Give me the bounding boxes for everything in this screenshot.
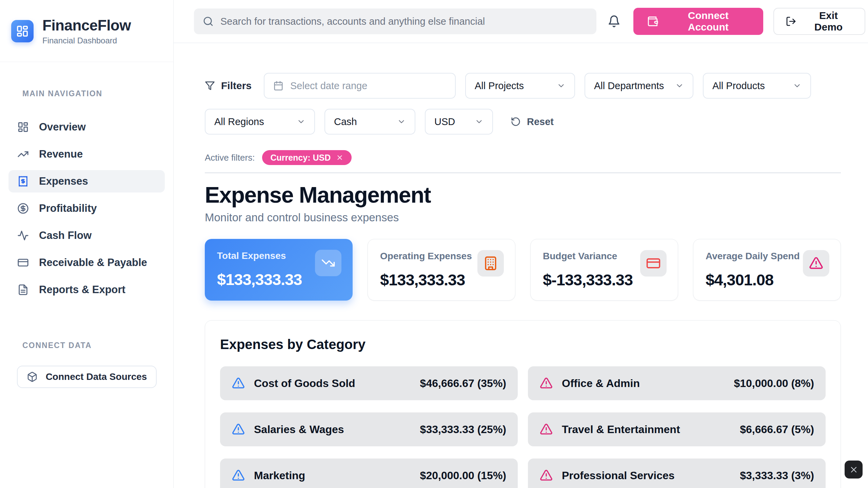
active-filters-label: Active filters: bbox=[205, 152, 255, 163]
sidebar-item-receivable-payable[interactable]: Receivable & Payable bbox=[8, 251, 165, 274]
wallet-icon bbox=[647, 16, 658, 27]
active-filters-row: Active filters: Currency: USD bbox=[205, 150, 841, 165]
currency-select-value: USD bbox=[434, 116, 455, 127]
chevron-down-icon bbox=[557, 81, 566, 90]
reset-label: Reset bbox=[527, 116, 554, 127]
date-range-input[interactable]: Select date range bbox=[264, 73, 456, 99]
sidebar-item-label: Reports & Export bbox=[39, 284, 125, 296]
circle-dollar-icon bbox=[17, 203, 29, 214]
expenses-by-category-panel: Expenses by Category Cost of Goods Sold … bbox=[205, 320, 841, 488]
file-text-icon bbox=[17, 284, 29, 296]
chevron-down-icon bbox=[297, 117, 305, 126]
chevron-down-icon bbox=[475, 117, 484, 126]
notifications-button[interactable] bbox=[604, 11, 624, 32]
category-label: Cost of Goods Sold bbox=[254, 377, 355, 390]
layout-dashboard-icon bbox=[16, 25, 29, 38]
funnel-icon bbox=[205, 81, 215, 91]
alert-triangle-icon bbox=[232, 423, 245, 436]
credit-card-icon bbox=[646, 256, 661, 271]
section-divider bbox=[205, 172, 841, 173]
category-value: $10,000.00 (8%) bbox=[734, 377, 814, 390]
search-icon bbox=[203, 16, 214, 27]
sidebar-item-expenses[interactable]: Expenses bbox=[8, 170, 165, 192]
products-select[interactable]: All Products bbox=[703, 73, 811, 99]
alert-triangle-icon bbox=[539, 377, 553, 390]
sidebar-item-reports-export[interactable]: Reports & Export bbox=[8, 279, 165, 301]
trending-up-icon bbox=[17, 148, 29, 160]
filters-title: Filters bbox=[205, 80, 252, 92]
category-value: $3,333.33 (3%) bbox=[740, 469, 814, 482]
category-list: Cost of Goods Sold $46,666.67 (35%) Offi… bbox=[220, 366, 826, 488]
search-input[interactable] bbox=[220, 16, 588, 27]
app-title: FinanceFlow bbox=[42, 17, 131, 34]
sidebar-item-label: Overview bbox=[39, 121, 86, 133]
sidebar-item-label: Revenue bbox=[39, 148, 83, 160]
activity-icon bbox=[17, 230, 29, 241]
category-value: $33,333.33 (25%) bbox=[420, 423, 506, 436]
connect-data-sources-label: Connect Data Sources bbox=[46, 371, 147, 382]
exit-demo-button[interactable]: Exit Demo bbox=[773, 8, 865, 35]
panel-title: Expenses by Category bbox=[220, 337, 826, 352]
search-box bbox=[194, 8, 596, 34]
currency-select[interactable]: USD bbox=[425, 109, 493, 135]
connect-data-sources-button[interactable]: Connect Data Sources bbox=[17, 366, 157, 388]
main-navigation: Overview Revenue Expenses bbox=[0, 116, 173, 301]
connect-account-button[interactable]: Connect Account bbox=[633, 8, 763, 35]
exit-demo-label: Exit Demo bbox=[804, 10, 853, 33]
top-bar: Connect Account Exit Demo bbox=[174, 0, 868, 43]
app-tagline: Financial Dashboard bbox=[42, 36, 131, 45]
main-content: Filters Select date range All Projects A… bbox=[174, 43, 868, 488]
connect-account-label: Connect Account bbox=[667, 10, 750, 33]
close-icon[interactable] bbox=[336, 154, 343, 161]
products-select-value: All Products bbox=[712, 80, 765, 92]
date-range-placeholder: Select date range bbox=[290, 80, 367, 92]
active-filter-chip: Currency: USD bbox=[262, 150, 352, 165]
reset-filters-button[interactable]: Reset bbox=[511, 116, 554, 127]
layout-dashboard-icon bbox=[17, 121, 29, 133]
credit-card-icon bbox=[17, 257, 29, 268]
receipt-icon bbox=[17, 176, 29, 187]
average-daily-spend-card[interactable]: Average Daily Spend $4,301.08 bbox=[693, 239, 841, 301]
rotate-ccw-icon bbox=[511, 117, 521, 127]
regions-select[interactable]: All Regions bbox=[205, 109, 315, 135]
category-row-salaries-wages: Salaries & Wages $33,333.33 (25%) bbox=[220, 412, 518, 446]
sidebar-item-cash-flow[interactable]: Cash Flow bbox=[8, 224, 165, 247]
payment-method-select[interactable]: Cash bbox=[324, 109, 415, 135]
category-row-travel-entertainment: Travel & Entertainment $6,666.67 (5%) bbox=[528, 412, 826, 446]
category-label: Travel & Entertainment bbox=[562, 423, 680, 436]
budget-variance-card[interactable]: Budget Variance $-133,333.33 bbox=[530, 239, 678, 301]
category-row-marketing: Marketing $20,000.00 (15%) bbox=[220, 459, 518, 488]
summary-cards: Total Expenses $133,333.33 Operating Exp… bbox=[205, 239, 841, 301]
chevron-down-icon bbox=[675, 81, 684, 90]
payment-method-select-value: Cash bbox=[334, 116, 357, 127]
projects-select[interactable]: All Projects bbox=[465, 73, 575, 99]
sidebar-item-label: Expenses bbox=[39, 175, 88, 187]
brand: FinanceFlow Financial Dashboard bbox=[0, 0, 173, 45]
category-label: Marketing bbox=[254, 469, 305, 482]
sidebar-item-label: Profitability bbox=[39, 202, 97, 215]
card-icon-badge bbox=[640, 250, 667, 277]
page-subtitle: Monitor and control business expenses bbox=[205, 211, 841, 224]
nav-section-label: MAIN NAVIGATION bbox=[22, 89, 173, 98]
alert-triangle-icon bbox=[539, 469, 553, 482]
category-row-office-admin: Office & Admin $10,000.00 (8%) bbox=[528, 366, 826, 400]
sidebar-item-profitability[interactable]: Profitability bbox=[8, 197, 165, 220]
sidebar-item-overview[interactable]: Overview bbox=[8, 116, 165, 138]
sidebar-item-label: Cash Flow bbox=[39, 229, 92, 242]
sidebar-divider bbox=[0, 62, 173, 62]
connect-section-label: CONNECT DATA bbox=[22, 341, 173, 350]
building-icon bbox=[483, 256, 498, 271]
operating-expenses-card[interactable]: Operating Expenses $133,333.33 bbox=[368, 239, 515, 301]
active-filter-chip-label: Currency: USD bbox=[270, 153, 331, 163]
alert-triangle-icon bbox=[809, 256, 824, 271]
sidebar-item-revenue[interactable]: Revenue bbox=[8, 143, 165, 165]
projects-select-value: All Projects bbox=[475, 80, 524, 92]
bell-icon bbox=[608, 15, 620, 28]
total-expenses-card[interactable]: Total Expenses $133,333.33 bbox=[205, 239, 353, 301]
close-overlay-button[interactable] bbox=[845, 461, 863, 479]
departments-select[interactable]: All Departments bbox=[585, 73, 693, 99]
log-out-icon bbox=[786, 16, 796, 27]
trending-down-icon bbox=[321, 256, 335, 270]
regions-select-value: All Regions bbox=[214, 116, 264, 127]
category-label: Professional Services bbox=[562, 469, 675, 482]
